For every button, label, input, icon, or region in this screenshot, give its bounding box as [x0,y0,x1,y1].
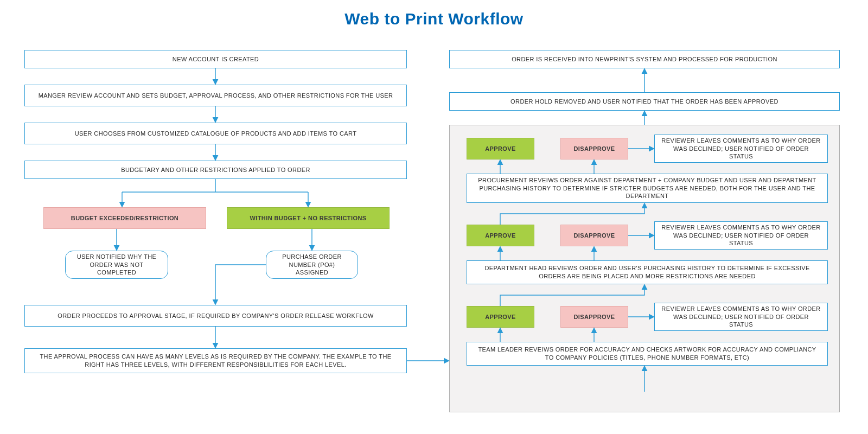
box-reviewer-3: REVIEWER LEAVES COMMENTS AS TO WHY ORDER… [654,135,828,163]
box-disapprove-3: DISAPPROVE [560,138,628,159]
box-approval-process: THE APPROVAL PROCESS CAN HAVE AS MANY LE… [24,348,407,373]
box-reviewer-2: REVIEWER LEAVES COMMENTS AS TO WHY ORDER… [654,221,828,250]
box-department-head: DEPARTMENT HEAD REVIEWS ORDER AND USER'S… [467,260,828,284]
box-approve-2: APPROVE [467,225,534,246]
diagram-canvas: NEW ACCOUNT IS CREATED MANGER REVIEW ACC… [0,34,868,430]
box-po-assigned: PURCHASE ORDER NUMBER (PO#) ASSIGNED [266,251,358,279]
box-order-hold-removed: ORDER HOLD REMOVED AND USER NOTIFIED THA… [449,92,840,111]
box-disapprove-1: DISAPPROVE [560,306,628,328]
diagram-title: Web to Print Workflow [0,0,868,34]
box-reviewer-1: REVIEWER LEAVES COMMENTS AS TO WHY ORDER… [654,303,828,331]
box-new-account: NEW ACCOUNT IS CREATED [24,50,407,68]
box-approve-3: APPROVE [467,138,534,159]
box-procurement: PROCUREMENT REVEIWS ORDER AGAINST DEPART… [467,174,828,203]
box-order-proceeds: ORDER PROCEEDS TO APPROVAL STAGE, IF REQ… [24,305,407,327]
box-within-budget: WITHIN BUDGET + NO RESTRICTIONS [227,207,390,229]
box-budget-exceeded: BUDGET EXCEEDED/RESTRICTION [43,207,206,229]
box-manager-review: MANGER REVIEW ACCOUNT AND SETS BUDGET, A… [24,85,407,106]
box-order-received: ORDER IS RECEIVED INTO NEWPRINT'S SYSTEM… [449,50,840,68]
box-budgetary: BUDGETARY AND OTHER RESTRICTIONS APPLIED… [24,161,407,179]
box-user-notified: USER NOTIFIED WHY THE ORDER WAS NOT COMP… [65,251,168,279]
box-user-chooses: USER CHOOSES FROM CUSTOMIZED CATALOGUE O… [24,123,407,144]
box-approve-1: APPROVE [467,306,534,328]
box-team-leader: TEAM LEADER REVEIWS ORDER FOR ACCURACY A… [467,342,828,366]
box-disapprove-2: DISAPPROVE [560,225,628,246]
